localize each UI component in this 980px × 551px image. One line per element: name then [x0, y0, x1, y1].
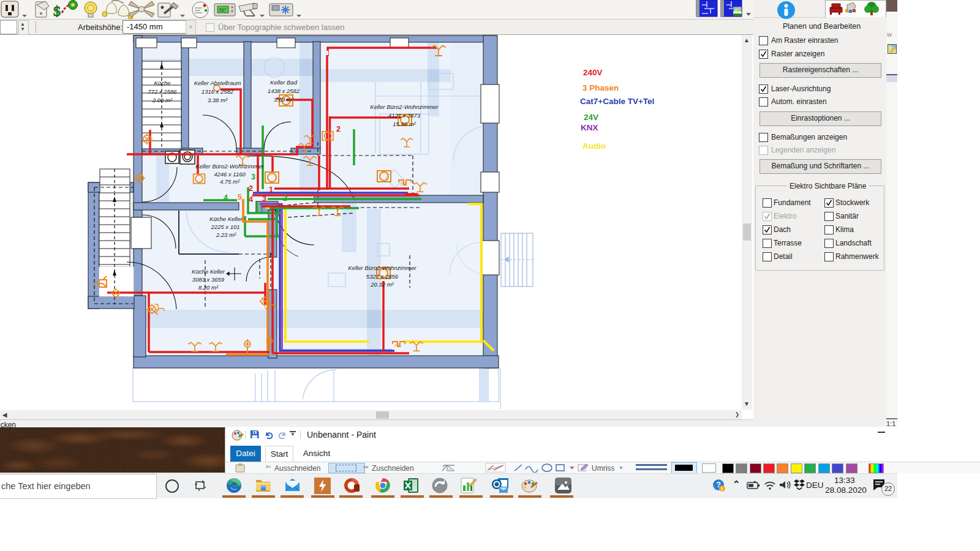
svg-text:3.38 m²: 3.38 m²	[208, 97, 228, 103]
svg-text:8.20 m²: 8.20 m²	[198, 284, 219, 291]
svg-text:70°: 70°	[219, 7, 226, 13]
svg-text:5327 x 2856: 5327 x 2856	[366, 273, 399, 280]
svg-text:4: 4	[224, 193, 228, 202]
svg-text:772 x 2586: 772 x 2586	[148, 88, 177, 95]
svg-text:1: 1	[269, 186, 273, 194]
svg-text:20.32 m²: 20.32 m²	[370, 281, 394, 288]
svg-text:3 Phasen: 3 Phasen	[582, 83, 619, 92]
svg-text:2: 2	[283, 194, 287, 203]
svg-text:240V: 240V	[583, 68, 603, 77]
svg-text:3: 3	[251, 173, 255, 181]
svg-text:3083 x 3659: 3083 x 3659	[192, 276, 225, 283]
svg-text:2.23 m²: 2.23 m²	[216, 231, 236, 238]
svg-text:KNX: KNX	[581, 123, 598, 132]
svg-text:1438 x 2582: 1438 x 2582	[268, 88, 300, 94]
svg-text:Audio: Audio	[582, 141, 606, 151]
svg-text:2.00 m²: 2.00 m²	[152, 97, 173, 103]
svg-text:24V: 24V	[584, 113, 598, 122]
svg-text:4121 x 3873: 4121 x 3873	[388, 112, 421, 119]
svg-text:2225 x 101: 2225 x 101	[210, 223, 239, 230]
svg-text:Küche Keller: Küche Keller	[209, 216, 243, 222]
svg-text:1: 1	[260, 206, 264, 214]
svg-text:3.69 m²: 3.69 m²	[274, 96, 294, 103]
svg-text:Keller Büro2-Wohnzimmer: Keller Büro2-Wohnzimmer	[348, 264, 417, 271]
svg-text:Küche: Küche	[154, 80, 171, 86]
svg-text:15.96 m²: 15.96 m²	[393, 121, 416, 127]
svg-text:5: 5	[238, 193, 242, 201]
svg-text:4246 x 1160: 4246 x 1160	[214, 171, 246, 178]
svg-text:Keller Abstellraum: Keller Abstellraum	[194, 80, 241, 86]
svg-text:3: 3	[262, 195, 266, 203]
svg-text:$: $	[53, 3, 61, 19]
svg-text:1316 x 2582: 1316 x 2582	[202, 88, 234, 95]
svg-text:!: !	[721, 486, 723, 492]
svg-text:Keller Bad: Keller Bad	[270, 79, 298, 86]
svg-text:Keller Büro2-Wohnzimmer: Keller Büro2-Wohnzimmer	[195, 163, 264, 170]
svg-text:4.75 m²: 4.75 m²	[220, 178, 240, 185]
svg-text:2: 2	[336, 125, 341, 133]
svg-text:Keller Büro2-Wohnzimmer: Keller Büro2-Wohnzimmer	[370, 103, 439, 110]
svg-text:4: 4	[249, 195, 253, 204]
svg-text:Cat7+Cable TV+Tel: Cat7+Cable TV+Tel	[580, 97, 654, 106]
svg-text:Küche Keller: Küche Keller	[192, 268, 225, 275]
svg-text:2: 2	[249, 184, 253, 193]
